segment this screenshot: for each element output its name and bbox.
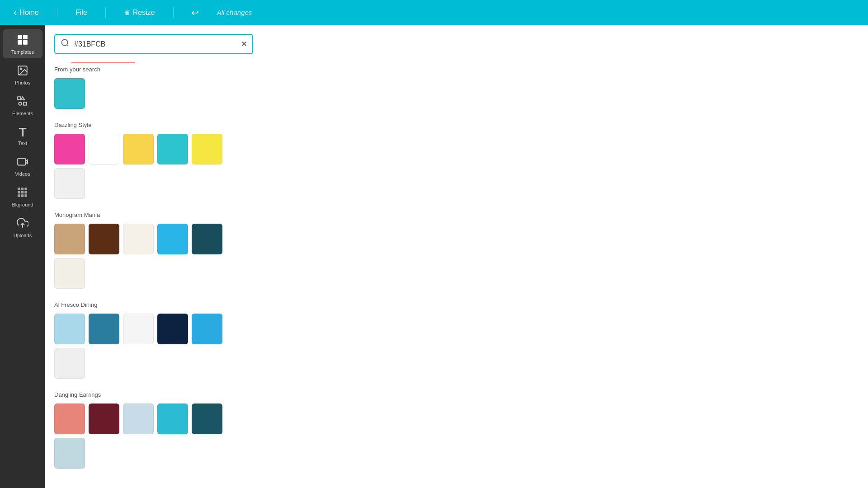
svg-line-13 bbox=[67, 45, 69, 47]
file-button[interactable]: File bbox=[71, 6, 92, 19]
sidebar: Templates Photos Elements T Text bbox=[0, 25, 45, 488]
color-row-alfresco bbox=[54, 314, 253, 379]
videos-label: Videos bbox=[15, 171, 30, 177]
swatch-alfresco-3[interactable] bbox=[157, 314, 188, 344]
sidebar-item-background[interactable]: Bkground bbox=[3, 182, 42, 211]
swatch-monogram-5[interactable] bbox=[54, 258, 85, 289]
swatch-search-0[interactable] bbox=[54, 78, 85, 109]
sidebar-item-text[interactable]: T Text bbox=[3, 122, 42, 150]
svg-rect-8 bbox=[18, 97, 21, 100]
text-icon: T bbox=[19, 126, 26, 139]
swatch-dazzling-3[interactable] bbox=[157, 134, 188, 164]
resize-button[interactable]: ♛ Resize bbox=[119, 5, 160, 19]
swatch-alfresco-0[interactable] bbox=[54, 314, 85, 344]
section-title-alfresco: Al Fresco Dining bbox=[54, 301, 253, 308]
swatch-monogram-4[interactable] bbox=[192, 224, 222, 254]
back-button[interactable]: ‹ Home bbox=[9, 4, 43, 21]
section-from-search: From your search bbox=[54, 66, 253, 109]
clear-search-button[interactable]: ✕ bbox=[241, 40, 247, 48]
file-label: File bbox=[75, 9, 87, 17]
swatch-dangling-0[interactable] bbox=[54, 404, 85, 434]
swatch-dazzling-2[interactable] bbox=[123, 134, 154, 164]
elements-icon bbox=[17, 95, 28, 109]
section-title-dazzling: Dazzling Style bbox=[54, 122, 253, 128]
uploads-icon bbox=[17, 217, 28, 231]
svg-point-7 bbox=[19, 102, 22, 105]
search-bar: ✕ bbox=[54, 34, 253, 54]
section-title-dangling: Dangling Earrings bbox=[54, 391, 253, 398]
section-dazzling-style: Dazzling Style bbox=[54, 122, 253, 199]
photos-label: Photos bbox=[15, 80, 30, 85]
swatch-monogram-2[interactable] bbox=[123, 224, 154, 254]
swatch-dangling-1[interactable] bbox=[89, 404, 119, 434]
search-icon bbox=[61, 38, 70, 50]
svg-rect-6 bbox=[24, 102, 26, 105]
color-row-dazzling bbox=[54, 134, 253, 199]
svg-point-5 bbox=[20, 68, 22, 70]
swatch-dangling-4[interactable] bbox=[192, 404, 222, 434]
color-row-monogram bbox=[54, 224, 253, 289]
swatch-monogram-1[interactable] bbox=[89, 224, 119, 254]
svg-rect-2 bbox=[18, 40, 22, 45]
background-icon bbox=[17, 187, 28, 200]
videos-icon bbox=[17, 156, 28, 169]
search-underline bbox=[71, 62, 135, 63]
saved-status: All changes bbox=[217, 9, 252, 16]
sidebar-item-photos[interactable]: Photos bbox=[3, 60, 42, 89]
section-title-monogram: Monogram Mania bbox=[54, 211, 253, 218]
color-panel: ✕ From your search Dazzling Style Mono bbox=[45, 25, 262, 488]
color-row-search bbox=[54, 78, 253, 109]
swatch-alfresco-2[interactable] bbox=[123, 314, 154, 344]
section-dangling-earrings: Dangling Earrings bbox=[54, 391, 253, 469]
section-title-from-search: From your search bbox=[54, 66, 253, 73]
sidebar-item-templates[interactable]: Templates bbox=[3, 29, 42, 58]
divider-1 bbox=[57, 7, 57, 18]
swatch-dazzling-5[interactable] bbox=[54, 168, 85, 199]
swatch-alfresco-5[interactable] bbox=[54, 348, 85, 379]
swatch-monogram-0[interactable] bbox=[54, 224, 85, 254]
topbar: ‹ Home File ♛ Resize ↩ All changes bbox=[0, 0, 868, 25]
svg-rect-1 bbox=[23, 35, 28, 39]
swatch-monogram-3[interactable] bbox=[157, 224, 188, 254]
color-search-input[interactable] bbox=[74, 40, 236, 48]
photos-icon bbox=[17, 65, 28, 78]
background-label: Bkground bbox=[12, 202, 33, 207]
section-al-fresco: Al Fresco Dining bbox=[54, 301, 253, 379]
divider-2 bbox=[105, 7, 106, 18]
uploads-label: Uploads bbox=[14, 233, 32, 238]
undo-button[interactable]: ↩ bbox=[187, 5, 203, 21]
elements-label: Elements bbox=[12, 111, 33, 116]
sidebar-item-videos[interactable]: Videos bbox=[3, 151, 42, 180]
swatch-dazzling-0[interactable] bbox=[54, 134, 85, 164]
resize-label: Resize bbox=[133, 9, 155, 17]
color-row-dangling bbox=[54, 404, 253, 469]
sidebar-item-uploads[interactable]: Uploads bbox=[3, 213, 42, 242]
swatch-alfresco-1[interactable] bbox=[89, 314, 119, 344]
swatch-dazzling-1[interactable] bbox=[89, 134, 119, 164]
sidebar-item-elements[interactable]: Elements bbox=[3, 91, 42, 120]
swatch-dazzling-4[interactable] bbox=[192, 134, 222, 164]
svg-rect-9 bbox=[18, 158, 25, 165]
swatch-dangling-3[interactable] bbox=[157, 404, 188, 434]
section-monogram-mania: Monogram Mania bbox=[54, 211, 253, 289]
divider-3 bbox=[173, 7, 174, 18]
templates-icon bbox=[17, 34, 28, 47]
undo-icon: ↩ bbox=[191, 7, 199, 18]
templates-label: Templates bbox=[11, 49, 34, 55]
back-icon: ‹ bbox=[14, 7, 17, 19]
crown-icon: ♛ bbox=[124, 8, 130, 17]
main-panel: ✕ From your search Dazzling Style Mono bbox=[45, 25, 868, 488]
swatch-dangling-5[interactable] bbox=[54, 438, 85, 469]
swatch-alfresco-4[interactable] bbox=[192, 314, 222, 344]
swatch-dangling-2[interactable] bbox=[123, 404, 154, 434]
svg-rect-0 bbox=[18, 35, 22, 39]
home-label: Home bbox=[19, 9, 39, 17]
svg-point-12 bbox=[62, 40, 68, 46]
text-label: Text bbox=[18, 141, 27, 146]
svg-rect-3 bbox=[23, 40, 28, 45]
